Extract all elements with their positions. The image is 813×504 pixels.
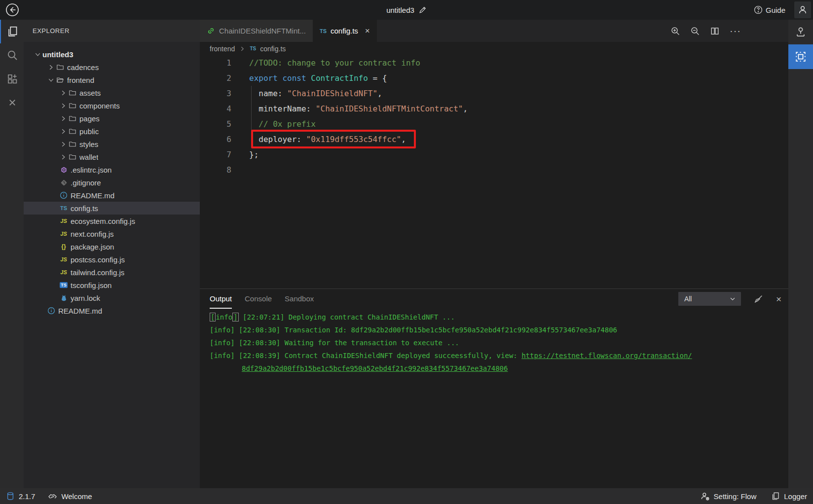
close-panel-icon[interactable]: × xyxy=(776,294,781,304)
tree-folder-styles[interactable]: styles xyxy=(24,138,200,150)
line-number: 8 xyxy=(200,162,231,178)
indent-guide xyxy=(251,86,252,147)
panel-tab-output[interactable]: Output xyxy=(210,289,232,309)
back-button[interactable] xyxy=(5,2,20,17)
js-file-icon: JS xyxy=(59,229,68,238)
git-file-icon xyxy=(59,178,68,187)
clear-output-button[interactable] xyxy=(754,294,763,304)
tree-item-label: tsconfig.json xyxy=(71,281,111,289)
right-activity-bar xyxy=(788,20,813,488)
version-indicator[interactable]: 2.1.7 xyxy=(6,492,35,501)
tree-folder-cadences[interactable]: cadences xyxy=(24,61,200,73)
tree-file-yarn-lock[interactable]: yarn.lock xyxy=(24,291,200,304)
guide-label: Guide xyxy=(766,6,785,14)
setting-flow-button[interactable]: Setting: Flow xyxy=(701,492,757,501)
guide-button[interactable]: Guide xyxy=(754,5,785,14)
search-icon xyxy=(6,49,18,61)
welcome-label: Welcome xyxy=(61,492,92,501)
zoom-out-icon xyxy=(690,26,700,36)
logger-button[interactable]: Logger xyxy=(771,492,807,501)
files-icon xyxy=(6,26,18,37)
braces-file-icon: {} xyxy=(59,242,68,251)
line-number: 6 xyxy=(200,132,231,147)
code-line-5[interactable]: 5 // 0x prefix xyxy=(200,116,788,132)
transaction-link[interactable]: 8df29a2b2d00ffb15be1c5bcfe950a52ebd4f21c… xyxy=(242,364,508,372)
log-filter-select[interactable]: All xyxy=(678,292,741,306)
line-number: 1 xyxy=(200,55,231,71)
question-circle-icon xyxy=(754,5,763,14)
js-file-icon: JS xyxy=(59,216,68,225)
edit-pencil-icon[interactable] xyxy=(418,6,427,14)
version-label: 2.1.7 xyxy=(19,492,35,501)
tree-file-package-json[interactable]: {}package.json xyxy=(24,240,200,253)
tree-folder-frontend[interactable]: frontend xyxy=(24,73,200,86)
folder-icon xyxy=(68,114,77,123)
tree-file-config-ts[interactable]: TSconfig.ts xyxy=(24,202,200,215)
tree-file-readme-md[interactable]: README.md xyxy=(24,189,200,202)
breadcrumb[interactable]: frontend TS config.ts xyxy=(200,42,788,55)
activity-explorer-button[interactable] xyxy=(0,20,24,43)
folder-icon xyxy=(68,88,77,97)
line-number: 5 xyxy=(200,116,231,132)
activity-plugins-button[interactable] xyxy=(0,67,24,91)
tree-file-gitignore[interactable]: .gitignore xyxy=(24,176,200,189)
tree-folder-untitled3[interactable]: untitled3 xyxy=(24,48,200,61)
tree-folder-pages[interactable]: pages xyxy=(24,112,200,125)
tree-file-eslintrc-json[interactable]: .eslintrc.json xyxy=(24,163,200,176)
chevrons-inward-icon xyxy=(6,97,18,108)
pin-icon xyxy=(795,26,807,38)
log-line-5: 8df29a2b2d00ffb15be1c5bcfe950a52ebd4f21c… xyxy=(210,362,783,375)
tree-file-tsconfig-json[interactable]: TStsconfig.json xyxy=(24,279,200,291)
zoom-in-button[interactable] xyxy=(670,26,680,36)
transaction-link[interactable]: https://testnet.flowscan.org/transaction… xyxy=(521,352,692,360)
activity-collapse-button[interactable] xyxy=(0,91,24,114)
broom-icon xyxy=(754,294,763,304)
code-line-4[interactable]: 4 minterName: "ChainIDEShieldNFTMintCont… xyxy=(200,101,788,116)
log-line-3: [info] [22:08:30] Waiting for the transa… xyxy=(210,336,783,349)
code-line-3[interactable]: 3 name: "ChainIDEShieldNFT", xyxy=(200,86,788,101)
zoom-out-button[interactable] xyxy=(690,26,700,36)
welcome-button[interactable]: Welcome xyxy=(48,492,92,501)
activity-search-button[interactable] xyxy=(0,43,24,67)
log-output[interactable]: [info] [22:07:21] Deploying contract Cha… xyxy=(200,309,788,488)
tree-folder-components[interactable]: components xyxy=(24,99,200,112)
code-editor[interactable]: 1//TODO: change to your contract info2ex… xyxy=(200,55,788,288)
folder-open-icon xyxy=(56,75,65,84)
tab-label: ChainIDEShieldNFTMint... xyxy=(219,27,306,35)
code-line-8[interactable]: 8 xyxy=(200,162,788,178)
tree-file-readme-md[interactable]: README.md xyxy=(24,304,200,317)
tree-item-label: assets xyxy=(79,89,101,97)
tree-folder-assets[interactable]: assets xyxy=(24,86,200,99)
panel-tab-sandbox[interactable]: Sandbox xyxy=(285,289,314,309)
code-text: }; xyxy=(231,147,259,162)
deploy-pin-button[interactable] xyxy=(788,20,813,44)
info-file-icon xyxy=(47,306,56,315)
tree-item-label: cadences xyxy=(67,63,99,72)
breadcrumb-file[interactable]: config.ts xyxy=(260,45,286,53)
output-panel: Output Console Sandbox All × xyxy=(200,288,788,488)
tab-chainideshieldnftmint[interactable]: ChainIDEShieldNFTMint... xyxy=(200,20,313,42)
tree-folder-wallet[interactable]: wallet xyxy=(24,150,200,163)
editor-actions: ··· xyxy=(670,20,788,42)
tree-file-next-config-js[interactable]: JSnext.config.js xyxy=(24,227,200,240)
tree-file-tailwind-config-js[interactable]: JStailwind.config.js xyxy=(24,266,200,279)
code-line-2[interactable]: 2export const ContractInfo = { xyxy=(200,71,788,86)
tree-file-ecosystem-config-js[interactable]: JSecosystem.config.js xyxy=(24,215,200,227)
close-tab-icon[interactable]: × xyxy=(365,27,370,35)
tab-config-ts[interactable]: TS config.ts × xyxy=(313,20,377,42)
tree-file-postcss-config-js[interactable]: JSpostcss.config.js xyxy=(24,253,200,266)
folder-icon xyxy=(68,140,77,148)
code-text: name: "ChainIDEShieldNFT", xyxy=(231,86,382,101)
tree-folder-public[interactable]: public xyxy=(24,125,200,138)
code-line-1[interactable]: 1//TODO: change to your contract info xyxy=(200,55,788,71)
logger-label: Logger xyxy=(784,492,807,501)
code-line-7[interactable]: 7}; xyxy=(200,147,788,162)
more-actions-button[interactable]: ··· xyxy=(730,25,741,36)
sandbox-panel-button[interactable] xyxy=(788,44,813,69)
breadcrumb-folder[interactable]: frontend xyxy=(210,45,235,53)
code-line-6[interactable]: 6 deployer: "0x119dff553c54ffcc", xyxy=(200,132,788,147)
avatar[interactable] xyxy=(794,1,811,18)
panel-tab-console[interactable]: Console xyxy=(245,289,272,309)
split-editor-button[interactable] xyxy=(710,26,720,36)
js-file-icon: JS xyxy=(59,255,68,264)
